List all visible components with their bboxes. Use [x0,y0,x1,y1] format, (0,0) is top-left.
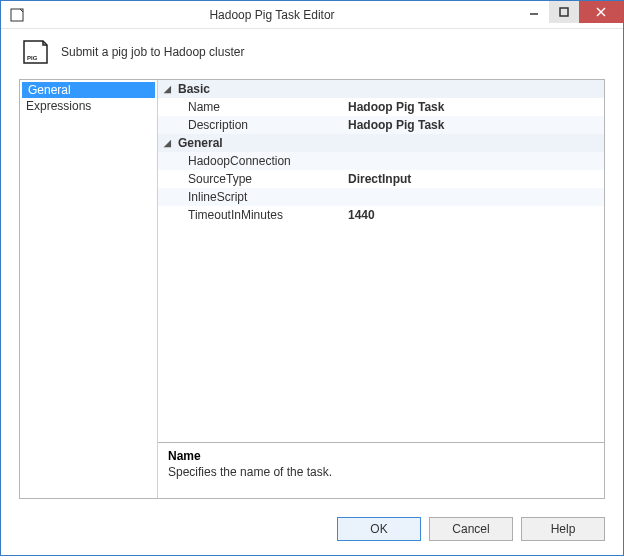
close-button[interactable] [579,1,623,23]
sidebar-item-general[interactable]: General [22,82,155,98]
property-row-name[interactable]: Name Hadoop Pig Task [158,98,604,116]
cancel-button[interactable]: Cancel [429,517,513,541]
property-value[interactable]: Hadoop Pig Task [344,100,604,114]
svg-rect-2 [560,8,568,16]
window-title: Hadoop Pig Task Editor [25,8,519,22]
category-general[interactable]: ◢ General [158,134,604,152]
sidebar-item-expressions[interactable]: Expressions [20,98,157,114]
property-pane: ◢ Basic Name Hadoop Pig Task Description… [158,80,604,498]
property-row-sourcetype[interactable]: SourceType DirectInput [158,170,604,188]
pig-icon: PIG [21,39,49,65]
main-content: General Expressions ◢ Basic Name Hadoop … [19,79,605,499]
collapse-icon[interactable]: ◢ [158,84,176,94]
description-text: Specifies the name of the task. [168,465,594,479]
header-subtitle: Submit a pig job to Hadoop cluster [61,45,244,59]
property-name: TimeoutInMinutes [176,208,344,222]
collapse-icon[interactable]: ◢ [158,138,176,148]
description-box: Name Specifies the name of the task. [158,442,604,498]
sidebar-item-label: General [28,83,71,97]
dialog-window: Hadoop Pig Task Editor PIG Submit a pig … [0,0,624,556]
sidebar: General Expressions [20,80,158,498]
property-value[interactable]: DirectInput [344,172,604,186]
description-title: Name [168,449,594,463]
property-value[interactable]: 1440 [344,208,604,222]
svg-text:PIG: PIG [27,55,38,61]
category-label: General [176,136,344,150]
property-grid: ◢ Basic Name Hadoop Pig Task Description… [158,80,604,442]
maximize-button[interactable] [549,1,579,23]
property-name: InlineScript [176,190,344,204]
button-bar: OK Cancel Help [1,509,623,555]
category-basic[interactable]: ◢ Basic [158,80,604,98]
property-row-inlinescript[interactable]: InlineScript [158,188,604,206]
category-label: Basic [176,82,344,96]
property-name: Name [176,100,344,114]
ok-button[interactable]: OK [337,517,421,541]
header-section: PIG Submit a pig job to Hadoop cluster [1,29,623,79]
window-controls [519,1,623,28]
sidebar-item-label: Expressions [26,99,91,113]
app-icon [9,7,25,23]
property-row-timeoutinminutes[interactable]: TimeoutInMinutes 1440 [158,206,604,224]
property-row-hadoopconnection[interactable]: HadoopConnection [158,152,604,170]
help-button[interactable]: Help [521,517,605,541]
property-value[interactable]: Hadoop Pig Task [344,118,604,132]
titlebar: Hadoop Pig Task Editor [1,1,623,29]
property-name: HadoopConnection [176,154,344,168]
property-name: Description [176,118,344,132]
minimize-button[interactable] [519,1,549,23]
property-name: SourceType [176,172,344,186]
property-row-description[interactable]: Description Hadoop Pig Task [158,116,604,134]
